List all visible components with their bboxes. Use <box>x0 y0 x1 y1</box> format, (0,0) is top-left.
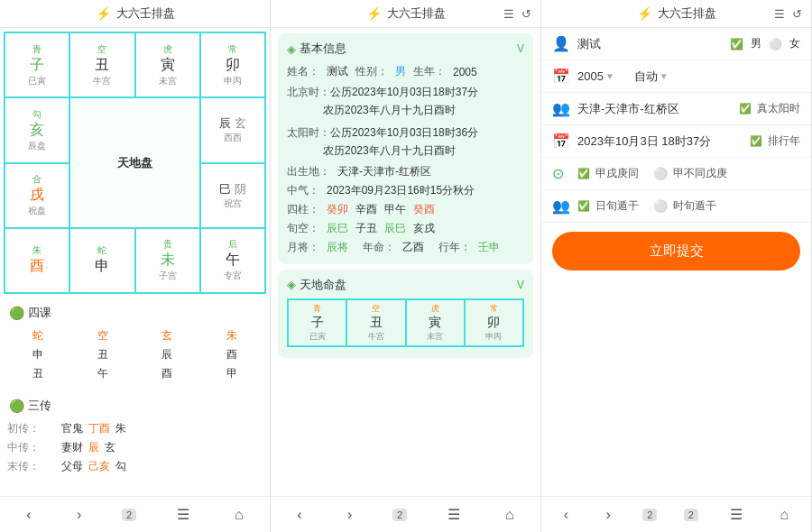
cell-top-3: 虎 寅 未宫 <box>135 32 200 97</box>
basic-name-row: 姓名： 测试 性别： 男 生年： 2005 <box>287 62 524 81</box>
basic-info-title: ◈ 基本信息 <box>287 41 346 57</box>
gender-female-radio[interactable]: ⚪ <box>769 38 782 50</box>
nav-badge-right-2[interactable]: 2 <box>684 509 698 521</box>
middle-header-save[interactable]: ☰ <box>503 7 514 21</box>
sichuan-row-1: 申 丑 辰 酉 <box>7 345 263 364</box>
cell-center: 天地盘 <box>69 97 200 228</box>
nav-forward-mid[interactable]: › <box>342 505 357 525</box>
middle-header-actions: ☰ ↺ <box>503 7 531 21</box>
basic-misc-row: 月将： 辰将 年命： 乙酉 行年： 壬申 <box>287 238 524 257</box>
form-datetime-icon: 📅 <box>552 133 570 150</box>
cell-bot-left: 朱 酉 <box>5 228 69 293</box>
right-panel-title: 大六壬排盘 <box>658 5 716 22</box>
tiandiminpan-icon: ◈ <box>287 278 296 291</box>
sichuan-icon: 🟢 <box>9 306 24 320</box>
minpan-cell-0: 青 子 已寅 <box>288 299 346 346</box>
gender-male-radio[interactable]: ✅ <box>730 38 743 50</box>
middle-panel: ⚡ 大六壬排盘 ☰ ↺ ◈ 基本信息 V 姓名： 测试 性别： 男 生年： 20… <box>271 0 541 532</box>
sanchuan-icon: 🟢 <box>9 399 24 413</box>
form-option2-icon: 👥 <box>552 197 570 215</box>
option1-checkbox[interactable]: ✅ <box>577 168 590 179</box>
option2b-radio[interactable]: ⚪ <box>653 199 668 213</box>
minpan-cell-1: 空 丑 牛宫 <box>346 299 405 346</box>
option1b-label: 甲不同戊庚 <box>673 166 727 181</box>
cell-top-2: 空 丑 牛宫 <box>69 32 134 97</box>
location-checkbox[interactable]: ✅ <box>739 103 752 115</box>
cell-top-left: 青 子 已寅 <box>5 32 69 97</box>
submit-button[interactable]: 立即提交 <box>552 232 800 271</box>
basic-info-section: ◈ 基本信息 V 姓名： 测试 性别： 男 生年： 2005 北京时：公历202… <box>278 33 533 264</box>
middle-header-icon: ⚡ <box>366 6 382 21</box>
nav-home-mid[interactable]: ⌂ <box>500 505 520 525</box>
form-datetime-row: 📅 2023年10月3日 18时37分 ✅ 排行年 <box>541 125 811 158</box>
datetime-checkbox[interactable]: ✅ <box>750 135 762 147</box>
basic-birthplace-row: 出生地： 天津-天津市-红桥区 <box>287 162 524 181</box>
basic-sizhu-row: 四柱： 癸卯 辛酉 甲午 癸酉 <box>287 200 524 219</box>
location-check-label: 真太阳时 <box>757 101 800 116</box>
nav-badge-mid[interactable]: 2 <box>392 509 407 521</box>
right-header-actions: ☰ ↺ <box>774 7 802 21</box>
option1-label: 甲戌庚同 <box>595 166 639 181</box>
middle-panel-title: 大六壬排盘 <box>387 5 446 22</box>
basic-info-header: ◈ 基本信息 V <box>287 41 524 57</box>
option2-checkbox[interactable]: ✅ <box>577 200 590 212</box>
left-panel-header: ⚡ 大六壬排盘 <box>0 0 270 28</box>
form-name-icon: 👤 <box>552 35 570 52</box>
right-panel-content: 👤 测试 ✅ 男 ⚪ 女 📅 2005 ▼ 自动 <box>541 28 811 496</box>
gender-radio-group: ✅ 男 ⚪ 女 <box>730 36 800 51</box>
basic-xunkong-row: 旬空： 辰巳 子丑 辰巳 亥戌 <box>287 219 524 238</box>
cell-top-right: 常 卯 申丙 <box>200 32 265 97</box>
nav-forward-left[interactable]: › <box>71 505 87 525</box>
option2b-label: 时旬遁干 <box>673 198 716 214</box>
nav-menu-mid[interactable]: ☰ <box>442 504 466 525</box>
nav-forward-right[interactable]: › <box>600 505 615 525</box>
form-name-row: 👤 测试 ✅ 男 ⚪ 女 <box>541 28 811 60</box>
sichuan-title: 🟢 四课 <box>0 298 270 325</box>
middle-bottom-nav: ‹ › 2 ☰ ⌂ <box>271 496 540 532</box>
tiandipan-grid-container: 青 子 已寅 空 丑 牛宫 虎 寅 未宫 常 卯 申丙 <box>0 28 270 298</box>
option1b-radio[interactable]: ⚪ <box>653 167 668 180</box>
gender-female-label: 女 <box>789 36 800 51</box>
right-header-refresh[interactable]: ↺ <box>792 7 802 21</box>
tiandipan-grid: 青 子 已寅 空 丑 牛宫 虎 寅 未宫 常 卯 申丙 <box>4 32 266 294</box>
cell-mid-left-bot: 合 戌 祝盘 <box>5 163 69 228</box>
basic-info-icon: ◈ <box>287 42 296 56</box>
left-bottom-nav: ‹ › 2 ☰ ⌂ <box>0 496 270 532</box>
cell-bot-right: 后 午 专官 <box>200 228 265 293</box>
middle-panel-header: ⚡ 大六壬排盘 ☰ ↺ <box>271 0 540 28</box>
minpan-cell-2: 虎 寅 未宫 <box>406 299 465 346</box>
sanchuan-row-2: 末传： 父母 己亥 勾 <box>7 457 263 476</box>
nav-badge-left[interactable]: 2 <box>122 509 136 521</box>
basic-solar-row: 太阳时：公历2023年10月03日18时36分 农历2023年八月十九日酉时 <box>287 122 524 162</box>
form-option1-row: ⊙ ✅ 甲戌庚同 ⚪ 甲不同戊庚 <box>541 158 811 190</box>
right-header-icon: ⚡ <box>637 6 652 21</box>
nav-menu-left[interactable]: ☰ <box>171 504 195 525</box>
sanchuan-grid: 初传： 官鬼 丁酉 朱 中传： 妻财 辰 玄 末传： 父母 己亥 勾 <box>0 417 270 483</box>
nav-back-right[interactable]: ‹ <box>558 505 574 525</box>
middle-header-refresh[interactable]: ↺ <box>521 7 531 21</box>
right-header-save[interactable]: ☰ <box>774 7 785 21</box>
minpan-grid: 青 子 已寅 空 丑 牛宫 虎 寅 未宫 常 卯 申丙 <box>287 298 524 347</box>
nav-menu-right[interactable]: ☰ <box>724 504 748 525</box>
sanchuan-row-1: 中传： 妻财 辰 玄 <box>7 438 263 457</box>
form-option2-row: 👥 ✅ 日旬遁干 ⚪ 时旬遁干 <box>541 190 811 223</box>
left-panel-title: 大六壬排盘 <box>116 5 175 22</box>
gender-male-label: 男 <box>751 36 761 51</box>
right-panel: ⚡ 大六壬排盘 ☰ ↺ 👤 测试 ✅ 男 ⚪ 女 📅 <box>541 0 812 532</box>
year-select[interactable]: 2005 ▼ <box>577 69 614 83</box>
form-location-row: 👥 天津-天津市-红桥区 ✅ 真太阳时 <box>541 93 811 125</box>
auto-select[interactable]: 自动 ▼ <box>634 69 669 85</box>
nav-back-left[interactable]: ‹ <box>21 505 36 525</box>
form-year-row: 📅 2005 ▼ 自动 ▼ <box>541 60 811 93</box>
sanchuan-row-0: 初传： 官鬼 丁酉 朱 <box>7 419 263 438</box>
datetime-check-label: 排行年 <box>768 133 800 149</box>
nav-home-right[interactable]: ⌂ <box>775 505 795 525</box>
option2-label: 日旬遁干 <box>595 198 639 214</box>
nav-badge-right-1[interactable]: 2 <box>642 509 657 521</box>
tiandiminpan-section: ◈ 天地命盘 V 青 子 已寅 空 丑 牛宫 虎 寅 <box>278 270 533 358</box>
nav-home-left[interactable]: ⌂ <box>229 505 249 525</box>
nav-back-mid[interactable]: ‹ <box>291 505 307 525</box>
auto-arrow: ▼ <box>660 71 669 81</box>
sanchuan-title: 🟢 三传 <box>0 390 270 417</box>
tiandiminpan-title: ◈ 天地命盘 <box>287 277 346 293</box>
